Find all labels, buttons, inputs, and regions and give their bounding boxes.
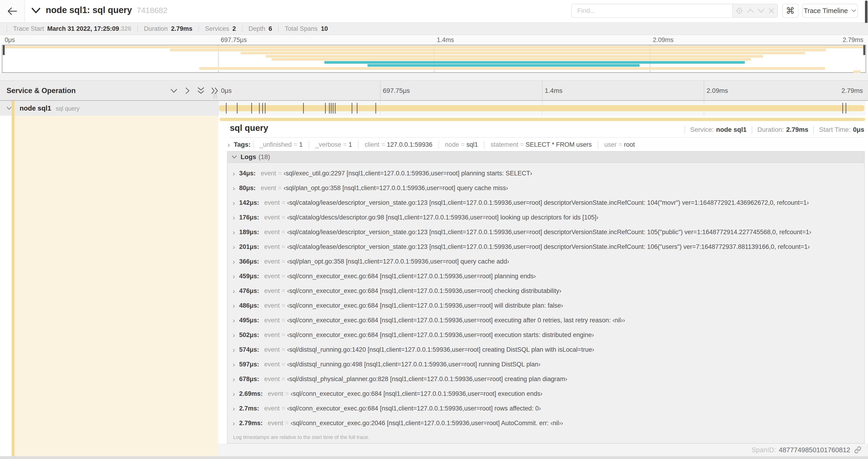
log-tick-marker[interactable]	[265, 103, 266, 113]
logs-collapse-chevron-icon	[231, 155, 237, 159]
log-entry-row[interactable]: › 597μs: event = ‹sql/distsql_running.go…	[227, 357, 864, 372]
minimap-right-scrubber[interactable]	[863, 45, 865, 55]
log-equals: =	[283, 390, 291, 397]
minimap-canvas[interactable]: 0μs 697.75μs 1.4ms 2.09ms 2.79ms	[2, 45, 866, 73]
span-log-ticks	[218, 101, 866, 116]
log-tick-marker[interactable]	[251, 103, 252, 113]
detail-overview: Service:node sql1 Duration:2.79ms Start …	[685, 126, 864, 133]
detail-span-bar[interactable]	[220, 118, 865, 121]
log-tick-marker[interactable]	[325, 103, 326, 113]
log-tick-marker[interactable]	[237, 103, 238, 113]
log-field-key: event	[265, 258, 280, 265]
collapse-one-level-icon[interactable]	[170, 87, 178, 94]
log-tick-marker[interactable]	[331, 103, 332, 113]
span-row-label-cell[interactable]: node sql1sql query	[0, 101, 218, 116]
meta-label: Services	[205, 25, 229, 32]
logs-header[interactable]: Logs (18)	[227, 152, 864, 163]
span-detail-panel: sql query Service:node sql1 Duration:2.7…	[218, 116, 868, 459]
log-expand-chevron-icon: ›	[232, 243, 235, 251]
tick-line	[380, 81, 380, 100]
minimap-span	[241, 52, 805, 54]
overview-label: Duration:	[757, 126, 784, 133]
expand-one-level-icon[interactable]	[184, 87, 191, 95]
log-field-value: ‹sql/exec_util.go:2297 [nsql1,client=127…	[283, 170, 532, 177]
locate-icon[interactable]	[736, 7, 743, 15]
back-button[interactable]	[0, 0, 25, 22]
overview-value: node sql1	[716, 126, 747, 133]
log-entry-row[interactable]: › 201μs: event = ‹sql/catalog/lease/desc…	[227, 239, 864, 254]
log-entry-row[interactable]: › 2.69ms: event = ‹sql/conn_executor_exe…	[227, 387, 864, 401]
log-expand-chevron-icon: ›	[232, 229, 235, 236]
log-expand-chevron-icon: ›	[232, 405, 235, 412]
log-expand-chevron-icon: ›	[232, 302, 235, 309]
meta-value: March 31 2022, 17:25:09	[48, 25, 119, 32]
minimap-span	[854, 70, 861, 73]
log-entry-row[interactable]: › 476μs: event = ‹sql/conn_executor_exec…	[227, 284, 864, 298]
log-field-key: event	[268, 390, 283, 397]
log-entry-row[interactable]: › 142μs: event = ‹sql/catalog/lease/desc…	[227, 195, 864, 210]
log-entry-row[interactable]: › 459μs: event = ‹sql/conn_executor_exec…	[227, 269, 864, 284]
find-input[interactable]	[572, 4, 732, 17]
log-tick-marker[interactable]	[375, 103, 376, 113]
keyboard-shortcuts-button[interactable]: ⌘	[782, 4, 799, 18]
log-field-key: event	[265, 331, 280, 339]
log-entry-row[interactable]: › 80μs: event = ‹sql/plan_opt.go:358 [ns…	[227, 181, 864, 195]
log-entry-row[interactable]: › 2.79ms: event = ‹sql/conn_executor_exe…	[227, 416, 864, 431]
log-entry-row[interactable]: › 502μs: event = ‹sql/conn_executor_exec…	[227, 328, 864, 342]
detail-span-title: sql query	[230, 123, 268, 133]
find-next-icon[interactable]	[757, 8, 765, 14]
tick-label: 1.4ms	[545, 87, 563, 94]
minimap-left-scrubber[interactable]	[3, 45, 5, 55]
meta-value: 2	[232, 25, 236, 32]
detail-left-fill	[14, 116, 218, 459]
find-prev-icon[interactable]	[746, 8, 754, 14]
tags-accordian[interactable]: › Tags: _unfinished=1 _verbose=1 client=…	[227, 139, 864, 150]
collapse-all-icon[interactable]	[197, 87, 205, 95]
log-entry-row[interactable]: › 2.7ms: event = ‹sql/conn_executor_exec…	[227, 401, 864, 416]
tags-list: _unfinished=1 _verbose=1 client=127.0.0.…	[253, 141, 641, 148]
log-tick-marker[interactable]	[842, 103, 843, 113]
log-entry-row[interactable]: › 189μs: event = ‹sql/catalog/lease/desc…	[227, 225, 864, 239]
log-entry-row[interactable]: › 495μs: event = ‹sql/conn_executor_exec…	[227, 313, 864, 328]
log-field-key: event	[265, 302, 280, 309]
trace-view-selector[interactable]: Trace Timeline	[802, 4, 858, 18]
log-tick-marker[interactable]	[352, 103, 352, 113]
collapse-trace-chevron-icon[interactable]	[31, 7, 41, 14]
log-tick-marker[interactable]	[329, 103, 330, 113]
log-field-value: ‹sql/conn_executor_exec.go:684 [nsql1,cl…	[290, 390, 542, 397]
log-field-key: event	[261, 185, 276, 192]
log-tick-marker[interactable]	[846, 103, 846, 113]
log-tick-marker[interactable]	[226, 103, 226, 113]
tags-expand-chevron-icon[interactable]: ›	[227, 141, 230, 148]
log-tick-marker[interactable]	[262, 103, 263, 113]
overview-item: Start Time:0μs	[813, 126, 864, 133]
deep-link-icon[interactable]	[854, 446, 862, 454]
log-tick-marker[interactable]	[259, 103, 260, 113]
log-expand-chevron-icon: ›	[232, 273, 235, 280]
page-bottom-edge	[0, 456, 868, 459]
logs-title: Logs	[241, 153, 256, 161]
top-bar: node sql1: sql query7418682 ⌘	[0, 0, 868, 23]
log-tick-marker[interactable]	[357, 103, 358, 113]
log-tick-marker[interactable]	[333, 103, 334, 113]
meta-value-suffix: .326	[119, 25, 131, 32]
log-tick-marker[interactable]	[303, 103, 304, 113]
minimap-span	[170, 49, 826, 51]
span-collapse-chevron-icon[interactable]	[6, 106, 12, 110]
log-entry-row[interactable]: › 34μs: event = ‹sql/exec_util.go:2297 […	[227, 166, 864, 181]
tag-item: _verbose=1	[309, 141, 358, 148]
log-tick-marker[interactable]	[335, 103, 336, 113]
log-entry-row[interactable]: › 366μs: event = ‹sql/plan_opt.go:358 [n…	[227, 254, 864, 269]
span-id-label: SpanID:	[751, 446, 776, 454]
minimap-span	[266, 55, 763, 58]
log-entry-row[interactable]: › 486μs: event = ‹sql/conn_executor_exec…	[227, 298, 864, 313]
meta-label: Depth	[248, 25, 265, 32]
span-row-timeline-cell[interactable]: 0μs 697.75μs 1.4ms 2.09ms 2.79ms	[218, 101, 866, 116]
find-clear-icon[interactable]	[768, 7, 775, 14]
log-entry-row[interactable]: › 678μs: event = ‹sql/distsql_physical_p…	[227, 372, 864, 387]
operation-name: sql query	[56, 105, 79, 112]
column-resizer-grip[interactable]: ||	[213, 92, 217, 99]
log-entry-row[interactable]: › 574μs: event = ‹sql/distsql_running.go…	[227, 342, 864, 357]
tick-label: 697.75μs	[383, 87, 410, 94]
log-entry-row[interactable]: › 176μs: event = ‹sql/catalog/descs/desc…	[227, 210, 864, 225]
